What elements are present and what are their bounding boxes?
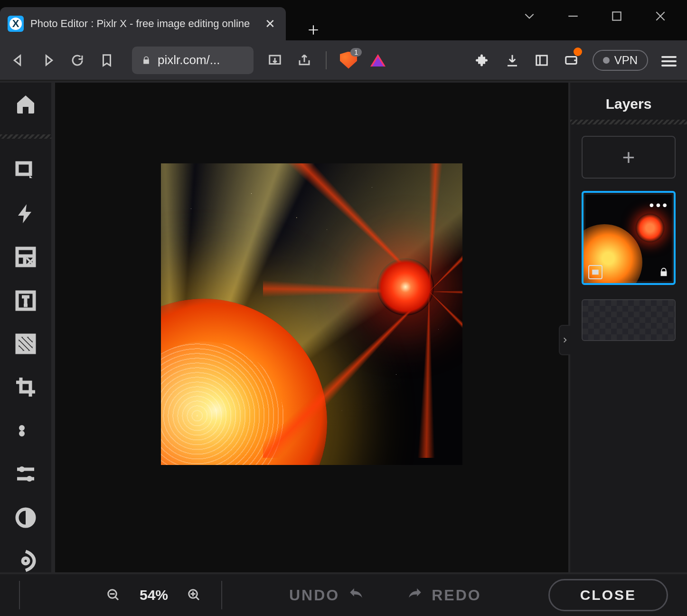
lock-icon <box>141 55 151 66</box>
zoom-out-icon[interactable] <box>105 587 122 603</box>
home-icon[interactable] <box>12 92 39 115</box>
zoom-in-icon[interactable] <box>186 587 202 603</box>
vpn-status-dot-icon <box>603 57 610 64</box>
nav-forward-icon[interactable] <box>40 52 56 68</box>
svg-rect-0 <box>612 12 621 20</box>
layers-panel: Layers + ••• <box>568 81 687 616</box>
ai-tool-icon[interactable] <box>12 202 39 225</box>
redo-button[interactable]: REDO <box>407 587 481 604</box>
tool-rail <box>0 81 51 616</box>
nav-back-icon[interactable] <box>10 52 27 68</box>
wallet-button[interactable] <box>563 52 579 68</box>
brave-rewards-icon[interactable] <box>370 54 386 66</box>
separator <box>326 51 327 69</box>
window-close-icon[interactable] <box>653 9 668 24</box>
layout-tool-icon[interactable] <box>12 246 39 269</box>
brave-shield-icon[interactable]: 1 <box>340 52 357 69</box>
layer-lock-icon[interactable] <box>659 267 669 279</box>
browser-tab[interactable]: X Photo Editor : Pixlr X - free image ed… <box>0 7 286 40</box>
crop-tool-icon[interactable] <box>12 376 39 399</box>
tab-close-icon[interactable]: ✕ <box>265 17 275 31</box>
svg-point-8 <box>27 476 32 482</box>
window-maximize-icon[interactable] <box>609 9 624 24</box>
adjust-tool-icon[interactable] <box>12 463 39 486</box>
redo-label: REDO <box>432 587 481 604</box>
canvas[interactable] <box>161 163 462 465</box>
layers-panel-title: Layers <box>606 96 652 112</box>
close-button[interactable]: CLOSE <box>548 579 668 611</box>
notification-dot-icon <box>574 47 582 56</box>
bookmark-icon[interactable] <box>99 52 115 68</box>
undo-label: UNDO <box>289 587 339 604</box>
rail-divider <box>0 134 51 139</box>
separator <box>19 581 20 609</box>
layer-options-icon[interactable]: ••• <box>649 198 669 213</box>
panel-collapse-button[interactable] <box>559 325 570 355</box>
separator <box>221 581 222 609</box>
fill-tool-icon[interactable] <box>12 332 39 355</box>
address-text: pixlr.com/... <box>158 53 220 67</box>
svg-rect-1 <box>536 56 547 65</box>
redo-icon <box>407 587 423 603</box>
install-app-icon[interactable] <box>267 52 283 68</box>
extensions-icon[interactable] <box>475 52 491 68</box>
add-layer-button[interactable]: + <box>582 136 676 179</box>
panel-divider <box>570 120 687 124</box>
pixlr-favicon: X <box>8 16 24 32</box>
layer-item-empty[interactable] <box>582 299 676 341</box>
text-tool-icon[interactable] <box>12 289 39 312</box>
svg-point-7 <box>19 466 25 472</box>
browser-toolbar: pixlr.com/... 1 VPN <box>0 40 687 81</box>
window-controls <box>522 0 687 24</box>
address-bar[interactable]: pixlr.com/... <box>132 47 254 74</box>
undo-icon <box>348 587 364 603</box>
zoom-value[interactable]: 54% <box>140 587 168 603</box>
zoom-controls: 54% <box>105 587 202 603</box>
canvas-area[interactable]: 512 x 512 px @ 54% <box>51 81 568 616</box>
window-titlebar: X Photo Editor : Pixlr X - free image ed… <box>0 0 687 40</box>
tab-search-icon[interactable] <box>522 9 537 24</box>
layer-item-selected[interactable]: ••• <box>582 191 676 285</box>
vpn-label: VPN <box>614 54 638 67</box>
share-icon[interactable] <box>296 52 312 68</box>
browser-menu-icon[interactable] <box>661 54 677 67</box>
window-minimize-icon[interactable] <box>565 9 581 24</box>
app-body: 512 x 512 px @ 54% Layers + ••• <box>0 81 687 616</box>
tab-title: Photo Editor : Pixlr X - free image edit… <box>30 18 250 30</box>
new-tab-button[interactable] <box>303 19 324 40</box>
canvas-image-redstar <box>377 258 434 315</box>
downloads-icon[interactable] <box>504 52 520 68</box>
shield-count: 1 <box>350 48 362 57</box>
cutout-tool-icon[interactable] <box>12 419 39 442</box>
liquify-tool-icon[interactable] <box>12 549 39 572</box>
bottom-bar: 54% UNDO REDO CLOSE <box>0 572 687 616</box>
arrange-tool-icon[interactable] <box>12 159 39 182</box>
layer-type-image-icon <box>588 265 602 279</box>
svg-rect-3 <box>17 163 30 174</box>
tab-strip: X Photo Editor : Pixlr X - free image ed… <box>0 0 324 40</box>
vpn-button[interactable]: VPN <box>593 50 648 71</box>
canvas-image-redstar-rays <box>263 163 462 458</box>
reload-icon[interactable] <box>69 52 85 68</box>
filter-tool-icon[interactable] <box>12 506 39 529</box>
close-label: CLOSE <box>580 587 636 603</box>
undo-button[interactable]: UNDO <box>289 587 364 604</box>
sidebar-toggle-icon[interactable] <box>534 52 550 68</box>
